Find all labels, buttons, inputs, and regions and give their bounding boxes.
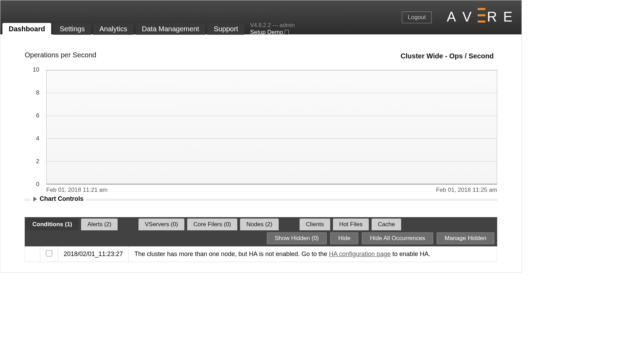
content-area: Operations per Second Cluster Wide - Ops… (0, 34, 522, 272)
ytick-label: 4 (28, 135, 39, 142)
ytick-label: 6 (28, 112, 39, 119)
tab-support[interactable]: Support (207, 23, 244, 35)
tab-clients[interactable]: Clients (300, 219, 330, 230)
tab-cache[interactable]: Cache (372, 219, 401, 230)
chart-container: 10 8 6 4 2 0 Feb 01, 2018 11:21 am Feb 0… (41, 70, 497, 184)
message-cell: The cluster has more than one node, but … (129, 247, 497, 262)
tab-analytics[interactable]: Analytics (93, 23, 134, 35)
app-header: Logout AVRE V4.8.2.2 --- admin Setup Dem… (0, 0, 522, 34)
setup-demo-label: Setup Demo (250, 29, 283, 36)
status-tabs-bar: Conditions (1) Alerts (2) VServers (0) C… (25, 217, 497, 230)
conditions-table: 2018/02/01_11:23:27 The cluster has more… (25, 246, 497, 262)
setup-demo-link[interactable]: Setup Demo (250, 29, 289, 36)
table-actions-row: Show Hidden (0) Hide Hide All Occurrence… (25, 230, 497, 246)
tab-alerts[interactable]: Alerts (2) (81, 219, 118, 230)
ha-config-link[interactable]: HA configuration page (329, 250, 391, 257)
tab-data-management[interactable]: Data Management (136, 23, 206, 35)
msg-text-pre: The cluster has more than one node, but … (134, 250, 329, 257)
tab-core-filers[interactable]: Core Filers (0) (187, 219, 238, 230)
expand-cell[interactable] (25, 247, 40, 262)
ytick-label: 2 (28, 158, 39, 165)
chart-controls-panel: Chart Controls (25, 199, 497, 200)
timestamp-cell: 2018/02/01_11:23:27 (58, 247, 129, 262)
chart-controls-label: Chart Controls (40, 195, 84, 203)
chevron-right-icon (33, 197, 37, 202)
chart-plot-area (46, 70, 497, 184)
manage-hidden-button[interactable]: Manage Hidden (437, 232, 494, 244)
msg-text-post: to enable HA. (391, 250, 430, 257)
logout-button[interactable]: Logout (402, 11, 432, 23)
tab-hot-files[interactable]: Hot Files (333, 219, 369, 230)
xaxis-end-label: Feb 01, 2018 11:25 am (436, 187, 497, 194)
version-info: V4.8.2.2 --- admin (250, 22, 295, 28)
xaxis-start-label: Feb 01, 2018 11:21 am (46, 187, 108, 194)
ytick-label: 8 (28, 89, 39, 96)
tab-settings[interactable]: Settings (53, 23, 91, 35)
show-hidden-button[interactable]: Show Hidden (0) (267, 232, 327, 244)
tab-nodes[interactable]: Nodes (2) (240, 219, 279, 230)
main-tabs: Dashboard Settings Analytics Data Manage… (2, 23, 244, 35)
tab-vservers[interactable]: VServers (0) (138, 219, 184, 230)
hide-all-button[interactable]: Hide All Occurrences (362, 232, 433, 244)
tab-conditions[interactable]: Conditions (1) (26, 219, 78, 230)
ytick-label: 10 (28, 66, 39, 73)
tab-dashboard[interactable]: Dashboard (2, 23, 51, 35)
brand-logo: AVRE (447, 7, 517, 27)
table-row: 2018/02/01_11:23:27 The cluster has more… (25, 247, 497, 262)
chart-controls-toggle[interactable]: Chart Controls (31, 195, 86, 203)
ytick-label: 0 (28, 181, 39, 188)
document-icon (285, 30, 289, 35)
hide-button[interactable]: Hide (330, 232, 358, 244)
row-checkbox[interactable] (46, 250, 52, 256)
